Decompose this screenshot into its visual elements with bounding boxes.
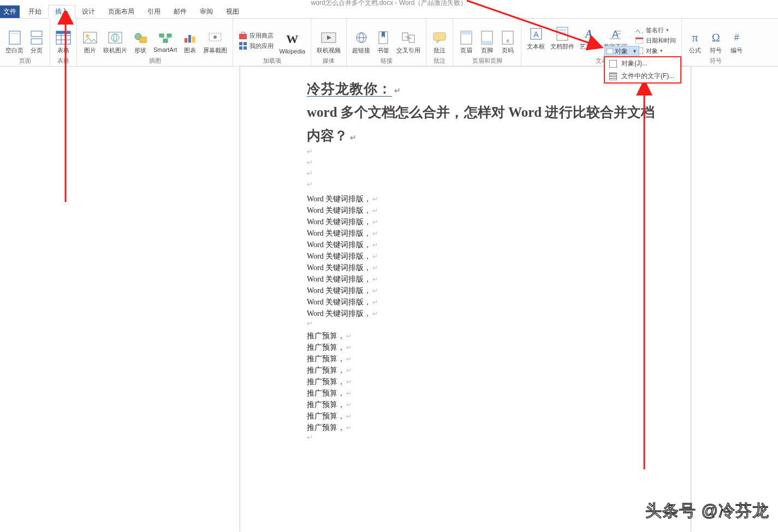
crossref-button[interactable]: 交叉引用 — [394, 29, 423, 56]
svg-rect-28 — [239, 42, 242, 45]
document-area: 冷芬龙教你：↵ word 多个文档怎么合并，怎样对 Word 进行比较合并文档内… — [0, 67, 778, 532]
crossref-icon — [401, 30, 416, 45]
svg-rect-41 — [433, 33, 446, 40]
svg-point-26 — [213, 35, 217, 39]
comment-button[interactable]: 批注 — [430, 29, 449, 56]
online-picture-button[interactable]: 联机图片 — [101, 29, 129, 56]
object-menu-textfromfile[interactable]: 文件中的文字(F)... — [605, 70, 680, 82]
shapes-button[interactable]: 形状 — [130, 29, 150, 56]
group-media: 联机视频 媒体 — [311, 19, 347, 66]
svg-rect-61 — [607, 49, 613, 54]
tab-layout[interactable]: 页面布局 — [102, 5, 141, 18]
equation-label: 公式 — [689, 46, 701, 55]
svg-rect-1 — [11, 33, 19, 34]
symbol-button[interactable]: Ω 符号 — [706, 29, 726, 56]
tab-insert[interactable]: 插入 — [48, 5, 75, 19]
chart-button[interactable]: 图表 — [180, 29, 200, 56]
object-icon — [607, 49, 613, 54]
heading-author: 冷芬龙教你：↵ — [307, 80, 655, 98]
tab-view[interactable]: 视图 — [219, 5, 246, 18]
ribbon-tabs: 文件 开始 插入 设计 页面布局 引用 邮件 审阅 视图 — [0, 7, 778, 19]
hyperlink-button[interactable]: 超链接 — [350, 29, 372, 56]
sigline-button[interactable]: 签名行▾ — [633, 25, 678, 35]
empty-para — [307, 169, 655, 180]
wordart-button[interactable]: A 艺术字 — [578, 25, 600, 52]
body-line: 推广预算， — [307, 353, 655, 364]
quickparts-button[interactable]: 文档部件 — [548, 25, 577, 52]
pagenum-button[interactable]: # 页码 — [498, 29, 518, 56]
video-icon — [321, 30, 336, 45]
picture-label: 图片 — [84, 46, 96, 55]
object-menu-textfromfile-label: 文件中的文字(F)... — [621, 71, 674, 81]
page-break-button[interactable]: 分页 — [27, 29, 46, 56]
body-line: Word 关键词排版， — [307, 250, 655, 262]
body-line: Word 关键词排版， — [307, 193, 655, 205]
svg-rect-9 — [56, 31, 70, 34]
online-video-button[interactable]: 联机视频 — [314, 29, 343, 56]
screenshot-button[interactable]: 屏幕截图 — [201, 29, 229, 56]
svg-line-20 — [162, 37, 165, 39]
picture-button[interactable]: 图片 — [80, 29, 100, 56]
pagenum-icon: # — [500, 30, 515, 45]
blank-page-button[interactable]: 空白页 — [3, 29, 26, 56]
header-button[interactable]: 页眉 — [456, 29, 476, 56]
svg-rect-2 — [31, 31, 42, 37]
tab-file[interactable]: 文件 — [0, 5, 20, 18]
tab-review[interactable]: 审阅 — [193, 5, 219, 18]
footer-icon — [479, 30, 495, 45]
store-button[interactable]: 应用商店 — [236, 31, 276, 40]
number-label: 编号 — [731, 46, 743, 55]
svg-rect-19 — [163, 39, 168, 43]
svg-rect-29 — [244, 42, 247, 45]
empty-para — [307, 180, 655, 191]
group-links-label: 链接 — [350, 56, 423, 65]
page[interactable]: 冷芬龙教你：↵ word 多个文档怎么合并，怎样对 Word 进行比较合并文档内… — [240, 67, 691, 532]
smartart-button[interactable]: SmartArt — [151, 29, 179, 54]
calendar-icon — [635, 36, 644, 45]
svg-rect-27 — [239, 34, 247, 39]
object-menu-object[interactable]: 对象(J)... — [605, 57, 680, 70]
empty-para — [307, 433, 655, 444]
object-dropdown-trigger[interactable]: 对象 ▼ — [604, 46, 639, 57]
wikipedia-icon: W — [284, 32, 300, 47]
blank-page-label: 空白页 — [5, 46, 23, 55]
svg-rect-18 — [167, 34, 171, 37]
wikipedia-label: Wikipedia — [279, 48, 305, 55]
group-addins-label: 加载项 — [236, 56, 307, 65]
footer-button[interactable]: 页脚 — [477, 29, 497, 56]
svg-line-21 — [165, 37, 169, 39]
bookmark-button[interactable]: 书签 — [373, 29, 393, 56]
body-line: Word 关键词排版， — [307, 239, 655, 250]
equation-button[interactable]: π 公式 — [685, 29, 705, 56]
svg-text:A: A — [612, 29, 619, 40]
body-line: Word 关键词排版， — [307, 296, 655, 308]
wikipedia-button[interactable]: W Wikipedia — [277, 31, 307, 56]
svg-rect-3 — [31, 39, 42, 44]
table-label: 表格 — [57, 46, 69, 55]
store-label: 应用商店 — [250, 32, 274, 40]
crossref-label: 交叉引用 — [396, 46, 420, 55]
tab-design[interactable]: 设计 — [75, 5, 102, 18]
tab-mailings[interactable]: 邮件 — [167, 5, 193, 18]
group-comments: 批注 批注 — [426, 19, 453, 66]
tab-home[interactable]: 开始 — [22, 5, 48, 18]
textbox-button[interactable]: A 文本框 — [525, 25, 547, 52]
table-button[interactable]: 表格 — [54, 29, 73, 56]
tab-references[interactable]: 引用 — [141, 5, 167, 18]
myapps-label: 我的应用 — [250, 42, 274, 50]
object-dropdown-label: 对象 — [615, 47, 628, 56]
smartart-icon — [158, 30, 173, 45]
datetime-button[interactable]: 日期和时间 — [633, 35, 678, 45]
group-symbols: π 公式 Ω 符号 # 编号 符号 — [682, 19, 750, 66]
group-tables: 表格 表格 — [50, 19, 77, 66]
body-line: Word 关键词排版， — [307, 308, 655, 319]
number-button[interactable]: # 编号 — [727, 29, 746, 56]
online-picture-icon — [108, 30, 123, 45]
object-button[interactable]: 对象▾ — [633, 46, 678, 56]
group-pages-label: 页面 — [3, 56, 46, 65]
page-break-icon — [29, 30, 44, 45]
object-menu-icon — [609, 60, 617, 68]
comment-icon — [432, 30, 447, 45]
bookmark-icon — [376, 30, 391, 45]
myapps-button[interactable]: 我的应用 — [236, 41, 276, 51]
